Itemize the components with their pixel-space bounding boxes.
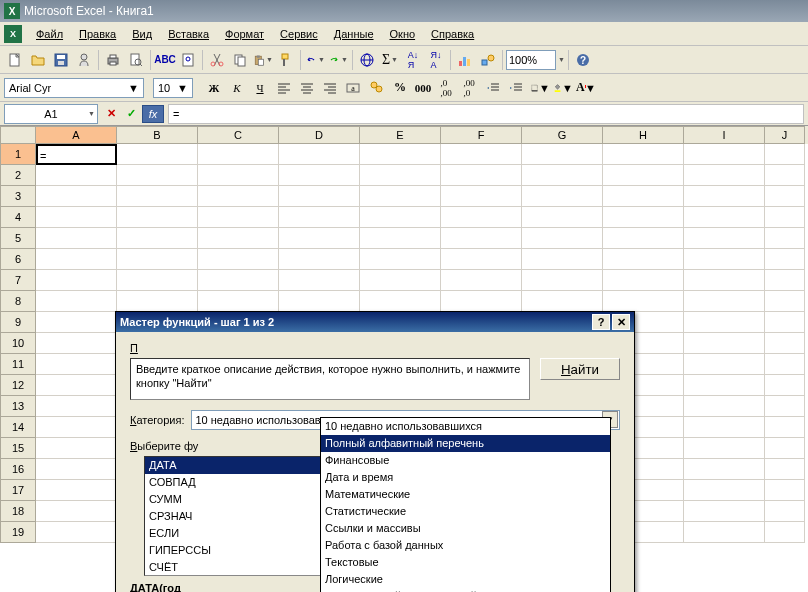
copy-icon[interactable] [229,49,251,71]
cell[interactable] [279,144,360,165]
cell[interactable] [279,291,360,312]
cell[interactable] [36,249,117,270]
cell[interactable] [117,165,198,186]
category-option[interactable]: Финансовые [321,452,610,469]
cell[interactable] [279,249,360,270]
zoom-select[interactable]: 100% [506,50,556,70]
cell[interactable] [117,186,198,207]
category-option[interactable]: Текстовые [321,554,610,571]
cell[interactable] [36,396,117,417]
col-header[interactable]: C [198,126,279,144]
cell[interactable] [36,501,117,522]
cell[interactable] [603,291,684,312]
align-left-icon[interactable] [273,77,295,99]
insert-function-icon[interactable]: fx [142,105,164,123]
col-header[interactable]: I [684,126,765,144]
format-painter-icon[interactable] [275,49,297,71]
row-header[interactable]: 4 [0,207,36,228]
cell[interactable] [360,270,441,291]
cell[interactable] [765,396,805,417]
cell[interactable]: = [36,144,117,165]
cell[interactable] [765,207,805,228]
cell[interactable] [684,438,765,459]
sort-asc-icon[interactable]: А↓Я [402,49,424,71]
name-box[interactable]: A1 ▼ [4,104,98,124]
help-icon[interactable]: ? [572,49,594,71]
cell[interactable] [684,312,765,333]
menu-file[interactable]: Файл [28,26,71,42]
cell[interactable] [684,375,765,396]
category-option[interactable]: Логические [321,571,610,588]
cell[interactable] [117,270,198,291]
row-header[interactable]: 1 [0,144,36,165]
cell[interactable] [198,228,279,249]
row-header[interactable]: 16 [0,459,36,480]
cell[interactable] [198,270,279,291]
cell[interactable] [684,480,765,501]
cell[interactable] [279,270,360,291]
currency-icon[interactable] [366,77,388,99]
cell[interactable] [765,249,805,270]
cell[interactable] [684,249,765,270]
cell[interactable] [441,165,522,186]
row-header[interactable]: 6 [0,249,36,270]
col-header-a[interactable]: A [36,126,117,144]
cell[interactable] [522,291,603,312]
cell[interactable] [765,501,805,522]
cell[interactable] [36,417,117,438]
merge-center-icon[interactable]: a [342,77,364,99]
row-header[interactable]: 7 [0,270,36,291]
row-header[interactable]: 15 [0,438,36,459]
font-size-select[interactable]: 10▼ [153,78,193,98]
new-doc-icon[interactable] [4,49,26,71]
cell[interactable] [36,291,117,312]
cell[interactable] [603,249,684,270]
cell[interactable] [765,228,805,249]
cell[interactable] [279,207,360,228]
cell[interactable] [684,228,765,249]
decrease-indent-icon[interactable] [482,77,504,99]
research-icon[interactable] [177,49,199,71]
cell[interactable] [117,249,198,270]
cell[interactable] [684,501,765,522]
cell[interactable] [441,291,522,312]
font-select[interactable]: Arial Cyr▼ [4,78,144,98]
cell[interactable] [198,165,279,186]
cell[interactable] [765,186,805,207]
cell[interactable] [684,270,765,291]
cell[interactable] [36,165,117,186]
category-option[interactable]: Полный алфавитный перечень [321,435,610,452]
cell[interactable] [36,480,117,501]
col-header[interactable]: J [765,126,805,144]
comma-style-icon[interactable]: 000 [412,77,434,99]
col-header[interactable]: B [117,126,198,144]
cell[interactable] [684,522,765,543]
row-header[interactable]: 18 [0,501,36,522]
drawing-icon[interactable] [477,49,499,71]
cell[interactable] [765,459,805,480]
row-header[interactable]: 14 [0,417,36,438]
row-header[interactable]: 19 [0,522,36,543]
cell[interactable] [360,291,441,312]
cancel-formula-icon[interactable]: ✕ [102,105,120,123]
cut-icon[interactable] [206,49,228,71]
align-center-icon[interactable] [296,77,318,99]
col-header[interactable]: G [522,126,603,144]
excel-doc-icon[interactable]: X [4,25,22,43]
menu-help[interactable]: Справка [423,26,482,42]
cell[interactable] [360,165,441,186]
cell[interactable] [522,270,603,291]
cell[interactable] [522,186,603,207]
row-header[interactable]: 3 [0,186,36,207]
cell[interactable] [603,207,684,228]
print-icon[interactable] [102,49,124,71]
cell[interactable] [117,291,198,312]
fill-color-icon[interactable]: ▼ [552,77,574,99]
cell[interactable] [360,144,441,165]
col-header[interactable]: H [603,126,684,144]
row-header[interactable]: 5 [0,228,36,249]
cell[interactable] [765,144,805,165]
cell[interactable] [522,228,603,249]
cell[interactable] [684,207,765,228]
row-header[interactable]: 8 [0,291,36,312]
